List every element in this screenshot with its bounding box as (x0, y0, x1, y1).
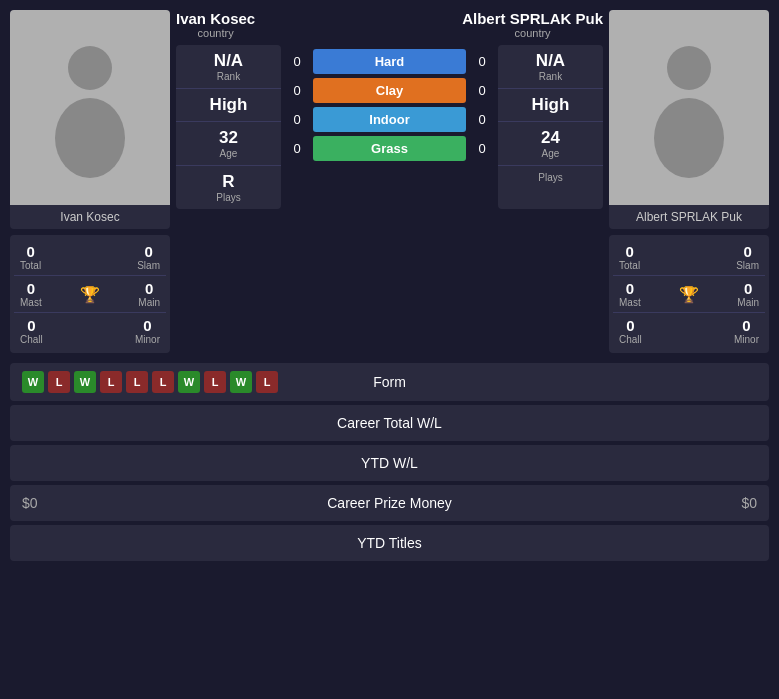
ytd-titles-label: YTD Titles (290, 535, 490, 551)
player1-center-name: Ivan Kosec (176, 10, 255, 27)
player1-minor-val: 0 (135, 317, 160, 334)
player2-mast-main-row: 0 Mast 🏆 0 Main (613, 276, 765, 313)
form-badge-w: W (178, 371, 200, 393)
grass-button[interactable]: Grass (313, 136, 466, 161)
surfaces-panel: 0 Hard 0 0 Clay 0 0 Indoor 0 (285, 45, 494, 209)
player2-minor-cell: 0 Minor (734, 317, 759, 345)
player1-mast-val: 0 (20, 280, 42, 297)
svg-point-2 (667, 46, 711, 90)
player1-photo (10, 10, 170, 205)
form-section: WLWLLLWLWL Form (10, 363, 769, 401)
player2-name: Albert SPRLAK Puk (636, 210, 742, 224)
comparison-row: Ivan Kosec 0 Total 0 Slam 0 Mast (0, 0, 779, 363)
player2-plays-block: Plays (498, 165, 603, 189)
player1-plays-block: R Plays (176, 165, 281, 209)
player1-minor-lbl: Minor (135, 334, 160, 345)
player1-mast-main-row: 0 Mast 🏆 0 Main (14, 276, 166, 313)
player2-total-val: 0 (619, 243, 640, 260)
player1-mast-cell: 0 Mast (20, 280, 42, 308)
player2-photo (609, 10, 769, 205)
hard-val-right: 0 (470, 54, 494, 69)
player1-slam-lbl: Slam (137, 260, 160, 271)
player1-country: country (176, 27, 255, 39)
player1-main-cell: 0 Main (138, 280, 160, 308)
indoor-button[interactable]: Indoor (313, 107, 466, 132)
hard-button[interactable]: Hard (313, 49, 466, 74)
clay-val-right: 0 (470, 83, 494, 98)
player1-name-center: Ivan Kosec country (176, 10, 255, 39)
player1-name: Ivan Kosec (60, 210, 119, 224)
career-prize-label: Career Prize Money (290, 495, 490, 511)
player2-total-slam-row: 0 Total 0 Slam (613, 239, 765, 276)
svg-point-0 (68, 46, 112, 90)
career-prize-row: $0 Career Prize Money $0 (10, 485, 769, 521)
player1-trophy-icon: 🏆 (80, 280, 100, 308)
player2-rank-lbl: Rank (502, 71, 599, 82)
player1-chall-cell: 0 Chall (20, 317, 43, 345)
form-badges: WLWLLLWLWL (22, 371, 290, 393)
grass-row: 0 Grass 0 (285, 136, 494, 161)
grass-val-right: 0 (470, 141, 494, 156)
player2-slam-cell: 0 Slam (736, 243, 759, 271)
player-names-row: Ivan Kosec country Albert SPRLAK Puk cou… (176, 10, 603, 39)
career-total-wl-label: Career Total W/L (290, 415, 490, 431)
trophy-icon-left: 🏆 (80, 285, 100, 304)
player1-total-val: 0 (20, 243, 41, 260)
player1-name-tag: Ivan Kosec (10, 205, 170, 229)
form-badge-w: W (230, 371, 252, 393)
ytd-wl-label: YTD W/L (290, 455, 490, 471)
form-badge-l: L (152, 371, 174, 393)
player1-age-lbl: Age (180, 148, 277, 159)
form-badge-w: W (22, 371, 44, 393)
player1-rank-val: N/A (180, 51, 277, 71)
player2-rank-val: N/A (502, 51, 599, 71)
player2-side-stats: 0 Total 0 Slam 0 Mast 🏆 (609, 235, 769, 353)
career-prize-right: $0 (490, 495, 758, 511)
player2-main-cell: 0 Main (737, 280, 759, 308)
player1-total-cell: 0 Total (20, 243, 41, 271)
indoor-row: 0 Indoor 0 (285, 107, 494, 132)
player2-age-val: 24 (502, 128, 599, 148)
player1-chall-minor-row: 0 Chall 0 Minor (14, 313, 166, 349)
player1-slam-cell: 0 Slam (137, 243, 160, 271)
player2-high-val: High (502, 95, 599, 115)
indoor-val-right: 0 (470, 112, 494, 127)
player1-stats-panel: N/A Rank High 32 Age R Plays (176, 45, 281, 209)
player1-minor-cell: 0 Minor (135, 317, 160, 345)
form-badge-w: W (74, 371, 96, 393)
player1-rank-lbl: Rank (180, 71, 277, 82)
player1-high-block: High (176, 88, 281, 121)
player1-side-stats: 0 Total 0 Slam 0 Mast 🏆 (10, 235, 170, 353)
center-middle: Ivan Kosec country Albert SPRLAK Puk cou… (176, 10, 603, 209)
player2-slam-val: 0 (736, 243, 759, 260)
player2-high-block: High (498, 88, 603, 121)
career-prize-left: $0 (22, 495, 290, 511)
player1-main-val: 0 (138, 280, 160, 297)
hard-row: 0 Hard 0 (285, 49, 494, 74)
player2-total-cell: 0 Total (619, 243, 640, 271)
player2-stats-panel: N/A Rank High 24 Age Plays (498, 45, 603, 209)
player1-mast-lbl: Mast (20, 297, 42, 308)
svg-point-3 (654, 98, 724, 178)
player1-plays-lbl: Plays (180, 192, 277, 203)
player2-rank-block: N/A Rank (498, 45, 603, 88)
player1-block: Ivan Kosec 0 Total 0 Slam 0 Mast (10, 10, 170, 353)
player2-country: country (462, 27, 603, 39)
player2-chall-val: 0 (619, 317, 642, 334)
player1-age-block: 32 Age (176, 121, 281, 165)
clay-button[interactable]: Clay (313, 78, 466, 103)
grass-val-left: 0 (285, 141, 309, 156)
player2-minor-lbl: Minor (734, 334, 759, 345)
main-container: Ivan Kosec 0 Total 0 Slam 0 Mast (0, 0, 779, 561)
center-content: N/A Rank High 32 Age R Plays (176, 45, 603, 209)
player2-main-val: 0 (737, 280, 759, 297)
form-badge-l: L (256, 371, 278, 393)
clay-row: 0 Clay 0 (285, 78, 494, 103)
form-badge-l: L (126, 371, 148, 393)
indoor-val-left: 0 (285, 112, 309, 127)
player2-main-lbl: Main (737, 297, 759, 308)
player2-age-lbl: Age (502, 148, 599, 159)
form-label: Form (290, 374, 490, 390)
player2-center-name: Albert SPRLAK Puk (462, 10, 603, 27)
player1-total-lbl: Total (20, 260, 41, 271)
